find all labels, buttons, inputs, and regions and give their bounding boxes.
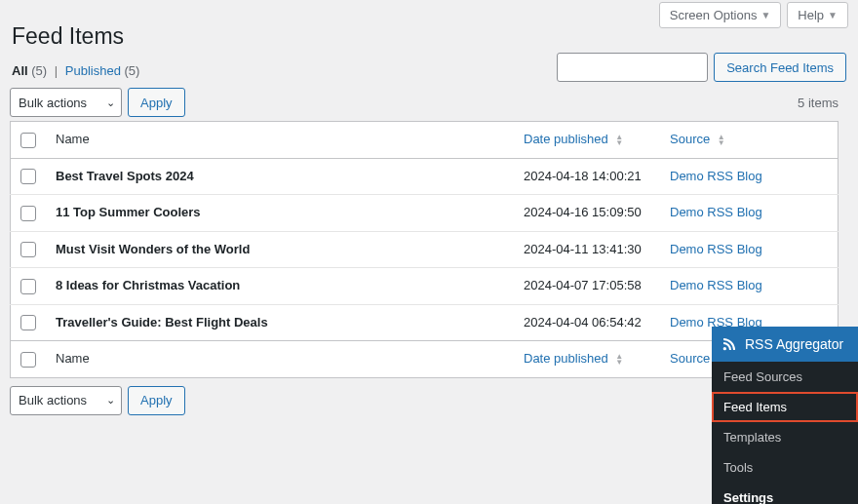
flyout-header[interactable]: RSS Aggregator	[712, 327, 858, 362]
apply-button-bottom[interactable]: Apply	[128, 386, 185, 415]
row-source-link[interactable]: Demo RSS Blog	[670, 242, 762, 256]
row-checkbox[interactable]	[20, 206, 36, 221]
flyout-item[interactable]: Templates	[712, 422, 858, 452]
apply-button[interactable]: Apply	[128, 88, 185, 117]
filter-published-count: (5)	[125, 63, 140, 78]
flyout-title: RSS Aggregator	[745, 336, 843, 352]
bulk-actions-label-bottom: Bulk actions	[19, 393, 87, 407]
table-row: Best Travel Spots 20242024-04-18 14:00:2…	[11, 158, 838, 195]
table-row: 11 Top Summer Coolers2024-04-16 15:09:50…	[11, 195, 838, 232]
row-title[interactable]: 8 Ideas for Christmas Vacation	[56, 278, 240, 292]
row-date: 2024-04-04 06:54:42	[514, 304, 660, 341]
row-source-link[interactable]: Demo RSS Blog	[670, 169, 762, 183]
svg-point-0	[723, 347, 726, 350]
column-source-label: Source	[670, 132, 710, 146]
select-all-checkbox[interactable]	[20, 133, 36, 148]
row-date: 2024-04-11 13:41:30	[514, 231, 660, 268]
help-label: Help	[798, 8, 824, 22]
screen-options-label: Screen Options	[670, 8, 758, 22]
row-checkbox[interactable]	[20, 279, 36, 294]
row-source-link[interactable]: Demo RSS Blog	[670, 205, 762, 219]
row-checkbox[interactable]	[20, 315, 36, 330]
row-source-link[interactable]: Demo RSS Blog	[670, 278, 762, 292]
row-checkbox[interactable]	[20, 169, 36, 184]
separator: |	[55, 63, 58, 78]
table-row: 8 Ideas for Christmas Vacation2024-04-07…	[11, 268, 838, 305]
column-date-footer-label: Date published	[524, 351, 608, 366]
bulk-actions-label: Bulk actions	[19, 96, 87, 110]
filter-published[interactable]: Published	[65, 63, 121, 78]
rss-icon	[722, 336, 737, 352]
column-source-footer-label: Source	[670, 351, 710, 366]
row-date: 2024-04-07 17:05:58	[514, 268, 660, 305]
column-name[interactable]: Name	[46, 122, 514, 159]
sort-icon: ▲▼	[718, 135, 725, 146]
flyout-item[interactable]: Feed Items	[712, 392, 858, 422]
row-title[interactable]: Traveller's Guide: Best Flight Deals	[56, 315, 268, 330]
search-box: Search Feed Items	[557, 53, 846, 82]
column-date[interactable]: Date published ▲▼	[514, 122, 660, 159]
row-title[interactable]: Must Visit Wonders of the World	[56, 242, 250, 256]
column-name-footer[interactable]: Name	[46, 341, 514, 378]
chevron-down-icon: ⌄	[106, 394, 115, 407]
screen-meta-links: Screen Options ▼ Help ▼	[659, 2, 848, 28]
screen-options-toggle[interactable]: Screen Options ▼	[659, 2, 782, 28]
item-count: 5 items	[798, 96, 838, 110]
sort-icon: ▲▼	[615, 135, 623, 146]
row-title[interactable]: 11 Top Summer Coolers	[56, 205, 201, 219]
chevron-down-icon: ▼	[828, 10, 838, 20]
row-title[interactable]: Best Travel Spots 2024	[56, 169, 194, 183]
search-button[interactable]: Search Feed Items	[714, 53, 846, 82]
admin-flyout-menu: RSS Aggregator Feed SourcesFeed ItemsTem…	[712, 327, 858, 504]
bulk-actions-select[interactable]: Bulk actions ⌄	[10, 88, 122, 117]
sort-icon: ▲▼	[615, 354, 623, 366]
filter-all[interactable]: All	[12, 63, 28, 78]
row-date: 2024-04-18 14:00:21	[514, 158, 660, 195]
row-checkbox[interactable]	[20, 242, 36, 257]
table-row: Must Visit Wonders of the World2024-04-1…	[11, 231, 838, 268]
search-input[interactable]	[557, 53, 708, 82]
column-source[interactable]: Source ▲▼	[660, 122, 838, 159]
help-toggle[interactable]: Help ▼	[787, 2, 848, 28]
row-date: 2024-04-16 15:09:50	[514, 195, 660, 232]
chevron-down-icon: ▼	[760, 10, 770, 20]
chevron-down-icon: ⌄	[106, 97, 115, 109]
filter-all-count: (5)	[31, 63, 47, 78]
flyout-item[interactable]: Settings	[712, 483, 858, 504]
select-all-checkbox-bottom[interactable]	[20, 352, 36, 368]
tablenav-top: Bulk actions ⌄ Apply 5 items	[10, 88, 838, 117]
column-date-label: Date published	[524, 132, 608, 146]
flyout-item[interactable]: Feed Sources	[712, 362, 858, 392]
column-date-footer[interactable]: Date published ▲▼	[514, 341, 660, 378]
flyout-item[interactable]: Tools	[712, 452, 858, 483]
bulk-actions-select-bottom[interactable]: Bulk actions ⌄	[10, 386, 122, 415]
